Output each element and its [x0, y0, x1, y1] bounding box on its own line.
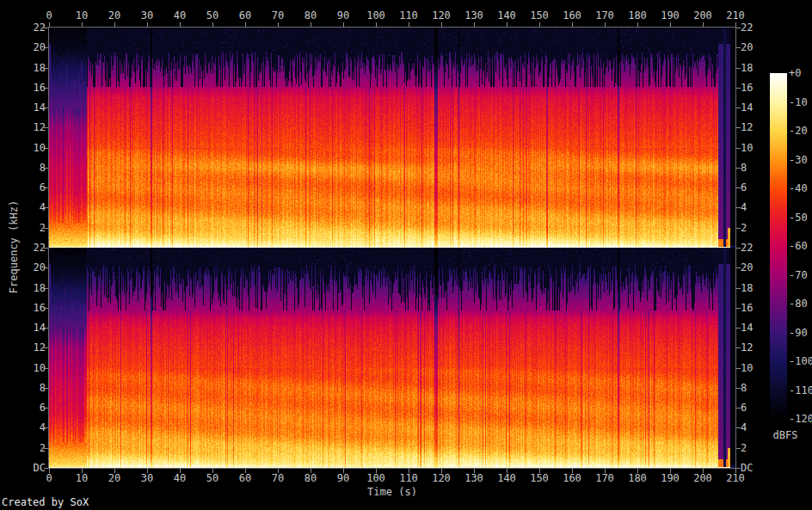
freq-tick-label-right: 10	[741, 362, 753, 374]
spectrogram-channel-1	[49, 28, 735, 248]
freq-tick-label-right: 20	[741, 41, 753, 53]
freq-tick-label-right: 6	[741, 402, 747, 414]
colorbar-tick-label: -100	[789, 355, 812, 367]
x-tick-mark-top	[507, 22, 508, 27]
x-tick-label-bottom: 90	[337, 472, 349, 484]
freq-tick-label-right: 14	[741, 101, 753, 114]
freq-tick-label-right: DC	[741, 462, 753, 474]
freq-tick-label-left: 16	[0, 82, 46, 94]
freq-tick-label-right: 22	[741, 22, 753, 34]
x-tick-label-bottom: 30	[141, 472, 153, 484]
x-tick-label-bottom: 180	[628, 472, 647, 484]
freq-tick-label-right: 18	[741, 282, 753, 294]
freq-tick-label-left: 16	[0, 302, 46, 314]
x-tick-mark-top	[343, 22, 344, 27]
colorbar-tick-label: -80	[789, 298, 808, 310]
x-tick-label-top: 60	[239, 9, 251, 22]
x-tick-label-bottom: 170	[595, 472, 614, 484]
x-tick-label-bottom: 150	[530, 472, 549, 484]
x-tick-mark-top	[82, 22, 83, 27]
x-tick-mark-top	[572, 22, 573, 27]
x-tick-mark-top	[245, 22, 246, 27]
x-tick-label-bottom: 140	[497, 472, 516, 484]
colorbar-tick-label: -20	[789, 125, 808, 137]
freq-tick-label-right: 2	[741, 222, 747, 234]
freq-tick-label-left: 6	[0, 181, 46, 194]
colorbar-tick-label: -60	[789, 240, 808, 252]
x-tick-label-bottom: 110	[399, 472, 418, 484]
x-tick-label-bottom: 130	[464, 472, 483, 484]
freq-tick-label-right: 10	[741, 142, 753, 154]
freq-tick-label-right: 4	[741, 201, 747, 213]
freq-tick-label-right: 18	[741, 62, 753, 74]
freq-tick-label-left: 12	[0, 121, 46, 133]
freq-tick-label-left: 20	[0, 41, 46, 53]
x-tick-mark-top	[49, 22, 50, 27]
freq-tick-label-left: 10	[0, 362, 46, 374]
spectrogram-channel-2	[49, 248, 735, 468]
x-tick-label-top: 150	[530, 9, 549, 22]
freq-tick-label-left: 14	[0, 101, 46, 114]
freq-tick-label-right: 8	[741, 382, 747, 394]
colorbar-tick-label: -110	[789, 384, 812, 396]
freq-tick-label-left: 8	[0, 382, 46, 394]
x-tick-label-bottom: 60	[239, 472, 251, 484]
colorbar-tick-label: -30	[789, 154, 808, 166]
freq-tick-label-right: 6	[741, 181, 747, 194]
x-tick-label-top: 40	[174, 9, 186, 22]
x-tick-label-bottom: 160	[563, 472, 581, 484]
x-tick-label-top: 110	[399, 9, 418, 22]
colorbar-tick-label: -70	[789, 269, 808, 281]
x-tick-mark-top	[278, 22, 279, 27]
x-tick-label-bottom: 200	[693, 472, 712, 484]
x-tick-mark-top	[703, 22, 704, 27]
colorbar-tick-label: -50	[789, 212, 808, 224]
freq-tick-label-left: DC	[0, 462, 46, 474]
freq-tick-label-right: 20	[741, 261, 753, 273]
x-tick-label-top: 170	[595, 9, 614, 22]
colorbar-tick-label: -40	[789, 182, 808, 194]
x-tick-label-bottom: 190	[661, 472, 680, 484]
colorbar-title: dBFS	[773, 429, 798, 441]
x-tick-label-bottom: 210	[726, 472, 745, 484]
x-tick-label-top: 180	[628, 9, 647, 22]
freq-tick-label-right: 12	[741, 121, 753, 133]
x-tick-label-bottom: 70	[272, 472, 284, 484]
x-tick-mark-top	[311, 22, 311, 27]
freq-tick-label-left: 6	[0, 402, 46, 414]
x-tick-label-top: 140	[497, 9, 516, 22]
freq-tick-label-left: 4	[0, 421, 46, 433]
x-tick-label-top: 100	[366, 9, 385, 22]
x-tick-label-bottom: 120	[432, 472, 451, 484]
freq-tick-label-left: 12	[0, 341, 46, 353]
footer-credit: Created by SoX	[2, 496, 89, 508]
x-tick-label-top: 210	[726, 9, 745, 22]
x-tick-label-top: 50	[206, 9, 218, 22]
freq-tick-label-left: 4	[0, 201, 46, 213]
x-tick-mark-top	[114, 22, 115, 27]
colorbar-tick-label: -10	[789, 96, 808, 108]
freq-tick-label-left: 18	[0, 282, 46, 294]
freq-tick-label-left: 14	[0, 322, 46, 334]
x-tick-label-bottom: 40	[174, 472, 186, 484]
x-tick-label-top: 120	[432, 9, 451, 22]
freq-tick-label-right: 2	[741, 442, 747, 454]
freq-tick-label-left: 20	[0, 261, 46, 273]
x-tick-label-top: 200	[693, 9, 712, 22]
sox-spectrogram-window: 0010102020303040405050606070708080909010…	[0, 0, 812, 510]
x-axis-title: Time (s)	[367, 486, 417, 498]
freq-tick-label-right: 8	[741, 162, 747, 174]
x-tick-label-bottom: 50	[206, 472, 218, 484]
x-tick-mark-top	[605, 22, 606, 27]
x-tick-mark-top	[539, 22, 540, 27]
x-tick-label-bottom: 20	[108, 472, 120, 484]
freq-tick-label-left: 10	[0, 142, 46, 154]
x-tick-mark-top	[147, 22, 148, 27]
x-tick-mark-top	[735, 22, 736, 27]
x-tick-label-top: 80	[304, 9, 317, 22]
x-tick-label-bottom: 0	[46, 472, 52, 484]
freq-tick-label-right: 14	[741, 322, 753, 334]
x-tick-label-top: 20	[108, 9, 120, 22]
freq-tick-label-left: 8	[0, 162, 46, 174]
freq-tick-label-left: 2	[0, 222, 46, 234]
